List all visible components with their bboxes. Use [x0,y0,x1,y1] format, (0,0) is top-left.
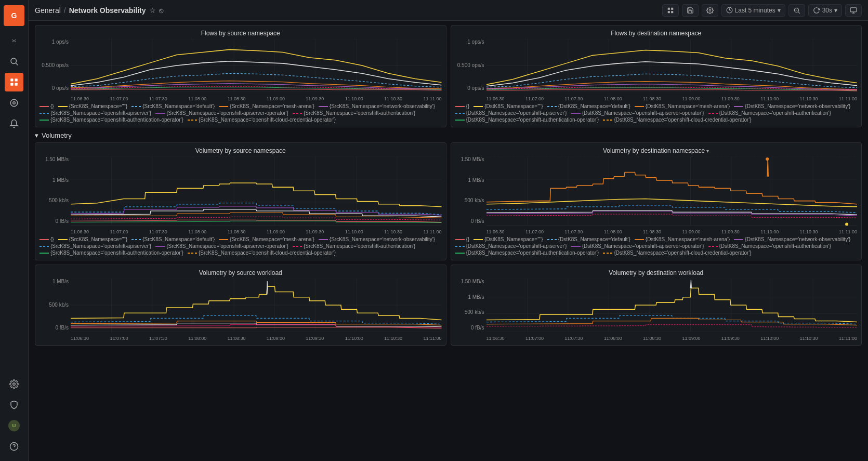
sidebar-item-alerting[interactable] [5,114,23,133]
legend-item: {SrcK8S_Namespace='default'} [131,236,215,242]
svg-point-8 [10,99,18,107]
vol-destination-workload-chart: 1.50 MB/s 1 MB/s 500 kb/s 0 fB/s [455,279,858,341]
legend-color [155,113,165,114]
sidebar-item-user[interactable]: U [5,416,23,435]
vol-destination-x-axis: 11:06:3011:07:0011:07:3011:08:0011:08:30… [486,229,858,234]
vol-destination-svg [486,156,858,226]
flows-destination-chart: 1 ops/s 0.500 ops/s 0 ops/s [455,39,858,101]
vol-source-legend: {} {SrcK8S_Namespace=""} {SrcK8S_Namespa… [40,236,442,256]
flows-source-chart: 1 ops/s 0.500 ops/s 0 ops/s [40,39,442,101]
settings-button[interactable] [702,4,718,17]
svg-rect-4 [10,78,13,81]
svg-rect-15 [667,7,669,9]
legend-color [58,106,68,107]
sidebar-item-search[interactable] [5,52,23,71]
vol-source-workload-panel: Volumetry by source workload 1 MB/s 500 … [35,265,446,346]
chevron-down-icon: ▾ [778,7,781,14]
legend-item: {SrcK8S_Namespace=""} [58,103,127,109]
legend-color [603,120,612,121]
legend-item: {DstK8S_Namespace='openshift-authenticat… [708,110,831,116]
legend-item: {DstK8S_Namespace='network-observability… [734,103,850,109]
legend-color [293,113,302,114]
sidebar-item-settings[interactable] [5,375,23,393]
flows-source-y-axis: 1 ops/s 0.500 ops/s 0 ops/s [40,39,71,91]
sidebar-collapse-toggle[interactable]: ›‹ [5,31,23,50]
panel-menu-icon[interactable]: ▾ [706,148,709,154]
topbar-actions: Last 5 minutes ▾ 30s ▾ [662,4,862,17]
legend-color [40,106,49,107]
flows-destination-panel: Flows by destination namespace 1 ops/s 0… [451,25,862,127]
legend-item: {DstK8S_Namespace='openshift-cloud-crede… [603,250,751,256]
star-icon[interactable]: ☆ [149,6,156,15]
vol-source-svg [71,156,442,226]
legend-item: {DstK8S_Namespace='openshift-apiserver'} [455,243,567,249]
legend-item: {SrcK8S_Namespace='network-observability… [319,236,435,242]
legend-item: {DstK8S_Namespace=""} [474,103,543,109]
vol-destination-title: Volumetry by destination namespace ▾ [455,147,858,154]
legend-item: {SrcK8S_Namespace='default'} [131,103,215,109]
legend-color [547,106,557,107]
sidebar-item-explore[interactable] [5,94,23,112]
vol-source-y-axis: 1.50 MB/s 1 MB/s 500 kb/s 0 fB/s [40,156,71,224]
volumetry-namespace-row: Volumetry by source namespace 1.50 MB/s … [35,142,862,260]
vol-source-x-axis: 11:06:3011:07:0011:07:3011:08:0011:08:30… [71,229,442,234]
legend-item: {} [455,103,470,109]
svg-line-3 [16,63,18,65]
svg-text:G: G [11,11,17,20]
legend-item: {DstK8S_Namespace='openshift-apiserver'} [455,110,567,116]
volumetry-section-header[interactable]: ▾ Volumetry [35,131,862,139]
vol-destination-workload-y-axis: 1.50 MB/s 1 MB/s 500 kb/s 0 fB/s [455,279,486,331]
sidebar-item-help[interactable] [5,437,23,456]
legend-item: {DstK8S_Namespace='mesh-arena'} [635,236,730,242]
collapse-chevron-icon: ▾ [35,131,38,139]
flows-source-x-axis: 11:06:3011:07:0011:07:3011:08:0011:08:30… [71,96,442,101]
svg-point-74 [845,222,848,225]
vol-source-title: Volumetry by source namespace [40,147,442,154]
add-panel-button[interactable] [662,4,679,17]
tv-mode-button[interactable] [845,4,862,17]
vol-destination-chart: 1.50 MB/s 1 MB/s 500 kb/s 0 fB/s [455,156,858,234]
vol-source-workload-y-axis: 1 MB/s 500 kb/s 0 fB/s [40,279,71,331]
refresh-button[interactable]: 30s ▾ [808,4,842,17]
save-button[interactable] [682,4,699,17]
legend-item: {DstK8S_Namespace='openshift-authenticat… [455,117,599,123]
legend-color [708,113,718,114]
zoom-out-button[interactable] [788,4,805,17]
legend-item: {DstK8S_Namespace='openshift-authenticat… [708,243,831,249]
legend-item: {SrcK8S_Namespace='openshift-authenticat… [40,117,183,123]
legend-color [455,106,465,107]
flows-source-title: Flows by source namespace [40,30,442,37]
legend-item: {} [455,236,470,242]
sidebar-item-dashboards[interactable] [5,73,23,91]
legend-item: {SrcK8S_Namespace='openshift-cloud-crede… [188,250,336,256]
sidebar-item-shield[interactable] [5,396,23,414]
legend-item: {DstK8S_Namespace='openshift-apiserver-o… [571,243,704,249]
vol-source-workload-chart: 1 MB/s 500 kb/s 0 fB/s [40,279,442,341]
svg-point-19 [709,9,711,11]
flows-source-legend: {} {SrcK8S_Namespace=""} {SrcK8S_Namespa… [40,103,442,123]
vol-destination-y-axis: 1.50 MB/s 1 MB/s 500 kb/s 0 fB/s [455,156,486,224]
time-range-button[interactable]: Last 5 minutes ▾ [721,4,785,17]
legend-item: {} [40,236,54,242]
legend-item: {SrcK8S_Namespace='openshift-apiserver'} [40,110,151,116]
svg-rect-17 [667,11,669,13]
legend-item: {DstK8S_Namespace='default'} [547,236,630,242]
svg-point-2 [11,58,17,64]
legend-color [474,106,483,107]
vol-source-chart: 1.50 MB/s 1 MB/s 500 kb/s 0 fB/s [40,156,442,234]
flows-destination-svg [486,39,858,92]
svg-rect-16 [671,7,673,9]
legend-item: {DstK8S_Namespace=""} [474,236,543,242]
volumetry-workload-row: Volumetry by source workload 1 MB/s 500 … [35,265,862,346]
svg-rect-5 [15,78,18,81]
breadcrumb-general[interactable]: General [35,6,61,15]
refresh-chevron-icon: ▾ [834,7,837,14]
flows-destination-x-axis: 11:06:3011:07:0011:07:3011:08:0011:08:30… [486,96,858,101]
legend-item: {SrcK8S_Namespace='openshift-apiserver-o… [155,110,288,116]
vol-destination-workload-title: Volumetry by destination workload [455,269,858,276]
legend-color [131,106,141,107]
app-logo[interactable]: G [4,5,24,26]
share-icon[interactable]: ⎋ [159,6,163,15]
svg-rect-24 [850,7,857,11]
legend-color [219,106,228,107]
